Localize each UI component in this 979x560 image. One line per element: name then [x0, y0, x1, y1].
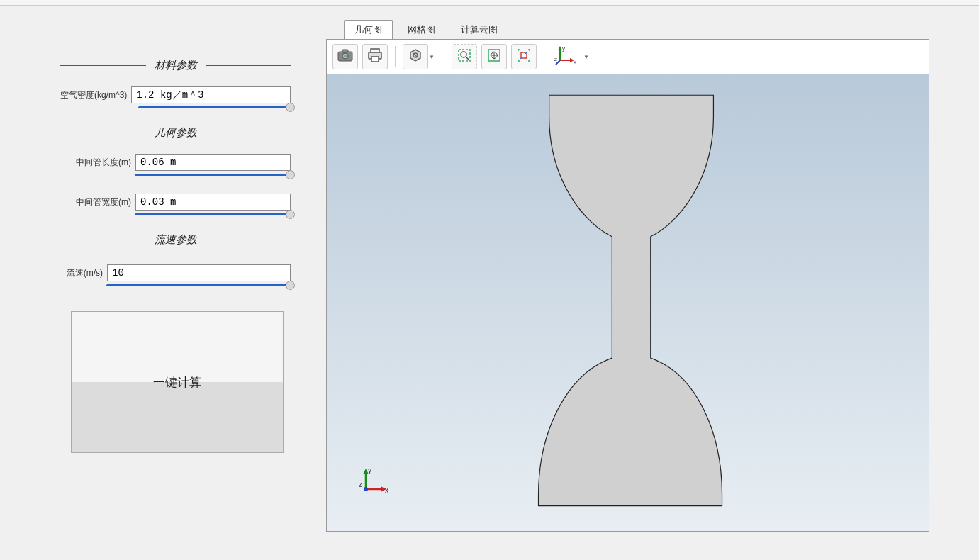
dropdown-arrow-icon[interactable]: ▼ [583, 54, 590, 60]
zoom-selected-icon [516, 47, 532, 66]
label-tube-width: 中间管宽度(m) [60, 196, 131, 208]
geometry-viewport[interactable]: x y z [327, 74, 929, 531]
print-button[interactable] [362, 44, 388, 69]
section-header-geometry: 几何参数 [60, 126, 291, 140]
slider-track [135, 174, 291, 176]
divider [206, 240, 291, 240]
zoom-box-icon [457, 48, 471, 65]
divider [60, 133, 146, 133]
label-tube-length: 中间管长度(m) [60, 157, 131, 169]
camera-icon [337, 49, 353, 65]
slider-tube-length[interactable] [135, 174, 291, 176]
viewer-container: ▼ [326, 39, 929, 532]
parameters-panel: 材料参数 空气密度(kg/m^3) 几何参数 中间管长度(m) [0, 20, 326, 560]
slider-velocity[interactable] [106, 284, 291, 286]
label-velocity: 流速(m/s) [60, 267, 103, 279]
window-top-bar [0, 0, 979, 6]
divider [206, 65, 291, 66]
divider [60, 65, 146, 66]
input-velocity[interactable] [107, 264, 291, 281]
axis-y-label: y [368, 466, 371, 474]
axis-triad-toolbar[interactable]: x y z [552, 43, 578, 70]
zoom-extents-button[interactable] [481, 44, 507, 69]
slider-track [106, 284, 291, 286]
divider [60, 240, 146, 240]
toolbar-separator [544, 46, 544, 67]
dropdown-arrow-icon[interactable]: ▼ [428, 54, 435, 60]
tab-mesh[interactable]: 网格图 [397, 20, 446, 39]
slider-thumb[interactable] [286, 170, 295, 179]
viewer-toolbar: ▼ [327, 40, 929, 74]
divider [206, 133, 291, 133]
svg-point-3 [344, 55, 347, 57]
input-tube-width[interactable] [135, 194, 291, 211]
section-title-geometry: 几何参数 [146, 126, 206, 140]
toolbar-separator [444, 46, 444, 67]
axis-x-label: x [385, 486, 388, 494]
slider-thumb[interactable] [286, 281, 295, 290]
param-row-velocity: 流速(m/s) [60, 264, 291, 281]
svg-point-11 [461, 52, 466, 57]
slider-tube-width[interactable] [135, 213, 291, 215]
slider-thumb[interactable] [286, 210, 295, 219]
tab-geometry[interactable]: 几何图 [344, 20, 393, 39]
svg-line-12 [466, 57, 469, 60]
printer-icon [367, 48, 383, 65]
axis-triad-viewport: x y z [355, 464, 391, 503]
axis-z-label: z [359, 481, 362, 488]
calculate-button-label: 一键计算 [153, 374, 201, 391]
param-row-tube-width: 中间管宽度(m) [60, 194, 291, 211]
section-title-material: 材料参数 [146, 59, 206, 72]
toolbar-separator [395, 46, 396, 67]
zoom-selected-button[interactable] [511, 44, 537, 69]
geometry-shape [327, 74, 929, 531]
main-container: 材料参数 空气密度(kg/m^3) 几何参数 中间管长度(m) [0, 6, 979, 560]
section-header-material: 材料参数 [60, 59, 291, 72]
slider-track [135, 213, 291, 215]
svg-text:z: z [554, 56, 557, 62]
slider-track [138, 106, 291, 108]
view-tabs: 几何图 网格图 计算云图 [344, 20, 929, 39]
svg-rect-1 [342, 50, 348, 52]
calculate-button[interactable]: 一键计算 [71, 311, 284, 453]
svg-text:x: x [574, 59, 576, 65]
svg-point-27 [364, 487, 368, 491]
section-title-flow: 流速参数 [146, 233, 206, 247]
section-header-flow: 流速参数 [60, 233, 291, 247]
tab-results[interactable]: 计算云图 [450, 20, 508, 39]
zoom-extents-icon [487, 48, 501, 65]
param-row-air-density: 空气密度(kg/m^3) [60, 86, 291, 103]
input-air-density[interactable] [131, 86, 291, 103]
input-tube-length[interactable] [135, 154, 291, 171]
slider-air-density[interactable] [138, 106, 291, 108]
param-row-tube-length: 中间管长度(m) [60, 154, 291, 171]
label-air-density: 空气密度(kg/m^3) [60, 89, 127, 101]
hexagon-icon [408, 48, 423, 65]
zoom-box-button[interactable] [452, 44, 477, 69]
scene-options-button[interactable] [403, 44, 428, 69]
svg-rect-6 [371, 57, 379, 62]
svg-text:y: y [562, 45, 565, 52]
viewer-panel: 几何图 网格图 计算云图 [326, 20, 979, 560]
screenshot-button[interactable] [332, 44, 358, 69]
slider-thumb[interactable] [286, 103, 295, 112]
